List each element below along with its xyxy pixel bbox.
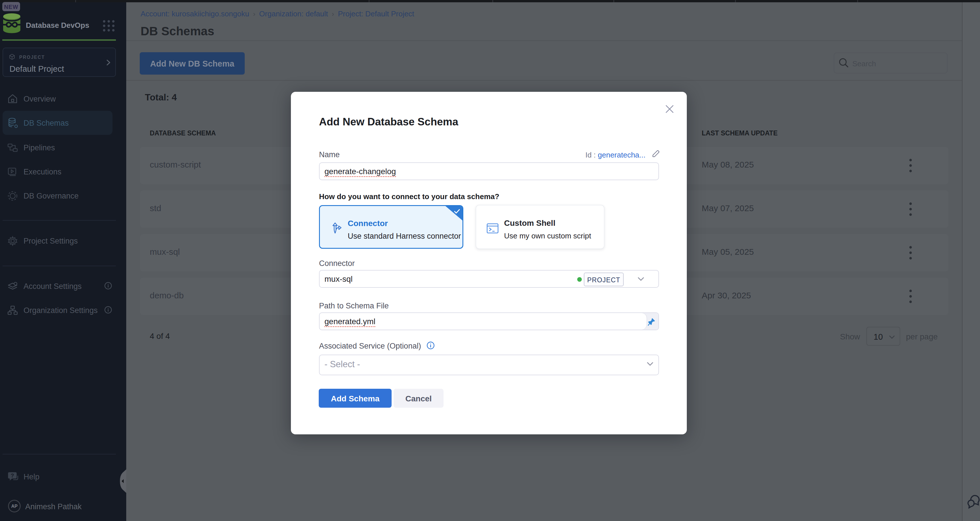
- svg-text:?: ?: [11, 473, 14, 478]
